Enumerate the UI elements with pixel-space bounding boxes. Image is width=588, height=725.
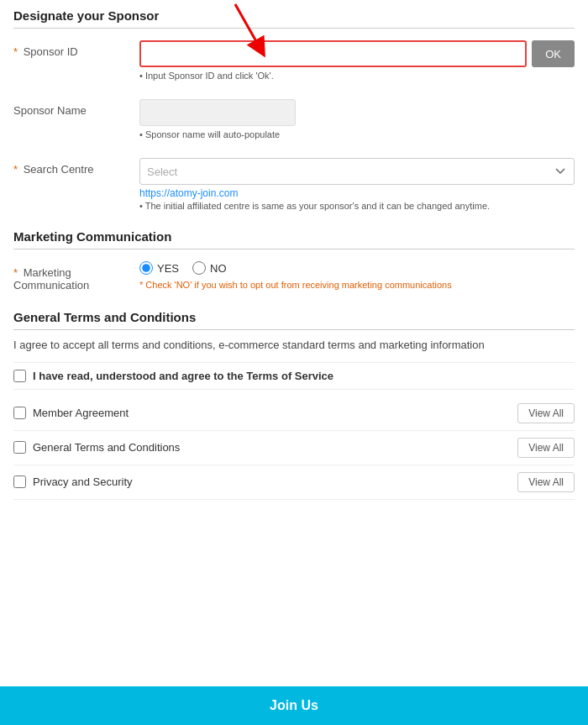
member-agreement-checkbox[interactable] — [13, 407, 26, 419]
search-centre-hint: The initial affiliated centre is same as… — [139, 201, 575, 211]
marketing-no-radio[interactable] — [192, 261, 206, 275]
sponsor-id-input[interactable] — [139, 40, 527, 67]
sponsor-section-heading: Designate your Sponsor — [13, 8, 575, 29]
member-agreement-label: Member Agreement — [33, 407, 129, 419]
terms-agree-label: I have read, understood and agree to the… — [33, 370, 333, 382]
sponsor-name-row: Sponsor Name Sponsor name will auto-popu… — [13, 94, 575, 144]
terms-section: General Terms and Conditions I agree to … — [13, 310, 575, 500]
marketing-row: * Marketing Communication YES NO Check '… — [13, 256, 575, 297]
sponsor-id-field: OK Input Sponsor ID and click 'Ok'. — [139, 40, 575, 81]
sponsor-name-input — [139, 99, 296, 126]
terms-item-left-member: Member Agreement — [13, 407, 129, 419]
join-us-bar[interactable]: Join Us — [0, 686, 588, 725]
terms-agree-checkbox[interactable] — [13, 370, 26, 382]
search-centre-label: * Search Centre — [13, 158, 139, 176]
terms-item-row-privacy: Privacy and Security View All — [13, 465, 575, 500]
marketing-warning: Check 'NO' if you wish to opt out from r… — [139, 280, 575, 290]
search-centre-select[interactable]: Select — [139, 158, 575, 185]
general-terms-label: General Terms and Conditions — [33, 441, 180, 454]
general-terms-view-all[interactable]: View All — [517, 438, 575, 458]
marketing-yes-option[interactable]: YES — [139, 261, 179, 275]
privacy-security-label: Privacy and Security — [33, 475, 133, 488]
watermark-link[interactable]: https://atomy-join.com — [139, 187, 575, 199]
sponsor-id-row: * Sponsor ID OK Input Sponsor ID and cli… — [13, 35, 575, 86]
marketing-required: * — [13, 266, 18, 279]
terms-description: I agree to accept all terms and conditio… — [13, 337, 575, 354]
marketing-field: YES NO Check 'NO' if you wish to opt out… — [139, 261, 575, 290]
marketing-radio-row: YES NO — [139, 261, 575, 275]
terms-agree-row: I have read, understood and agree to the… — [13, 362, 575, 390]
sponsor-id-required: * — [13, 45, 18, 58]
terms-section-heading: General Terms and Conditions — [13, 310, 575, 330]
search-centre-field: Select https://atomy-join.com The initia… — [139, 158, 575, 211]
terms-item-row-member: Member Agreement View All — [13, 397, 575, 431]
marketing-no-label: NO — [210, 262, 227, 275]
marketing-section: Marketing Communication * Marketing Comm… — [13, 229, 575, 297]
general-terms-checkbox[interactable] — [13, 441, 26, 454]
search-centre-row: * Search Centre Select https://atomy-joi… — [13, 153, 575, 216]
sponsor-id-label: * Sponsor ID — [13, 40, 139, 58]
privacy-security-view-all[interactable]: View All — [517, 472, 575, 492]
sponsor-id-hint: Input Sponsor ID and click 'Ok'. — [139, 71, 575, 81]
marketing-label: * Marketing Communication — [13, 261, 139, 292]
join-us-text: Join Us — [270, 698, 318, 712]
terms-item-left-general: General Terms and Conditions — [13, 441, 180, 454]
sponsor-name-field: Sponsor name will auto-populate — [139, 99, 575, 139]
sponsor-name-label: Sponsor Name — [13, 99, 139, 117]
search-centre-required: * — [13, 163, 18, 176]
member-agreement-view-all[interactable]: View All — [517, 403, 575, 423]
privacy-security-checkbox[interactable] — [13, 475, 26, 488]
marketing-no-option[interactable]: NO — [192, 261, 227, 275]
marketing-yes-radio[interactable] — [139, 261, 153, 275]
marketing-yes-label: YES — [157, 262, 179, 275]
sponsor-name-hint: Sponsor name will auto-populate — [139, 129, 575, 139]
terms-item-left-privacy: Privacy and Security — [13, 475, 133, 488]
sponsor-section: Designate your Sponsor * Sponsor ID OK I… — [13, 8, 575, 216]
marketing-section-heading: Marketing Communication — [13, 229, 575, 250]
sponsor-id-ok-button[interactable]: OK — [532, 40, 575, 67]
terms-item-row-general: General Terms and Conditions View All — [13, 431, 575, 465]
